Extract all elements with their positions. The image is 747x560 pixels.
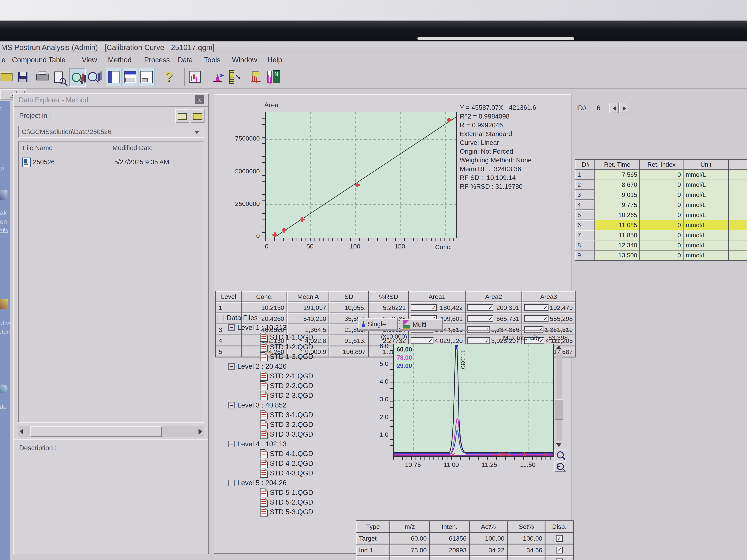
project-path-combobox[interactable]: C:\GCMSsolution\Data\250526 — [18, 126, 204, 138]
tree-file[interactable]: STD 2-3.QGD — [260, 391, 356, 400]
conc-cell[interactable]: 10.2130 — [242, 302, 287, 313]
assistant-fragment[interactable]: p — [0, 164, 4, 171]
peak-integration-icon[interactable]: ➤ — [210, 68, 226, 85]
ret-index-cell[interactable]: 0 — [640, 190, 683, 200]
tree-file[interactable]: STD 4-3.QGD — [260, 468, 356, 478]
id-prev-button[interactable] — [609, 103, 619, 113]
unit-cell[interactable]: mmol/L — [684, 200, 728, 210]
tree-level[interactable]: Level 5 : 204.26 — [228, 478, 356, 488]
ret-time-cell[interactable]: 11.085 — [595, 220, 639, 230]
unit-cell[interactable]: mmol/L — [684, 170, 728, 180]
file-name-cell[interactable]: 250526 — [33, 158, 55, 166]
partial-cell[interactable]: 4 — [729, 170, 747, 180]
partial-cell[interactable]: 7 — [729, 220, 747, 230]
row-id-cell[interactable]: 7 — [575, 230, 595, 240]
scroll-left-icon[interactable] — [20, 429, 23, 434]
inten-cell[interactable]: 61356 — [430, 533, 469, 544]
tile-windows-icon[interactable] — [106, 68, 122, 86]
menu-item-data[interactable]: Data — [178, 56, 193, 64]
unit-cell[interactable]: mmol/L — [684, 190, 728, 200]
type-cell[interactable]: Ind.1 — [356, 544, 390, 556]
ret-index-cell[interactable]: 0 — [640, 180, 683, 190]
data-explorer-view-icon[interactable] — [70, 68, 86, 87]
partial-cell[interactable]: 2 — [729, 180, 747, 190]
row-id-cell[interactable]: 4 — [575, 200, 595, 210]
partial-cell[interactable]: 7 — [729, 200, 747, 210]
tree-file[interactable]: STD 5-2.QGD — [260, 498, 356, 507]
tree-file[interactable]: STD 5-3.QGD — [260, 507, 356, 517]
split-window-icon[interactable] — [122, 68, 138, 86]
checkbox-icon[interactable]: ✓ — [556, 559, 563, 560]
spectrum-process-icon[interactable] — [248, 68, 264, 85]
open-folder-icon[interactable] — [0, 68, 14, 86]
menu-item-tools[interactable]: Tools — [204, 56, 221, 64]
file-list[interactable]: File Name Modified Date 250526 5/27/2025… — [18, 141, 204, 423]
type-cell[interactable]: Ind.2 — [356, 556, 390, 560]
quantitative-browser-icon[interactable]: N — [266, 68, 281, 85]
assistant-fragment[interactable]: ata — [0, 227, 8, 234]
hscroll-thumb[interactable] — [30, 426, 162, 437]
partial-cell[interactable]: 4 — [729, 210, 747, 220]
tree-file[interactable]: STD 3-3.QGD — [260, 429, 356, 439]
unit-cell[interactable]: mmol/L — [684, 230, 728, 240]
file-name-header[interactable]: File Name — [23, 144, 52, 152]
tree-file[interactable]: STD 1-2.QGD — [260, 342, 356, 352]
disp-cell[interactable]: ✓ — [545, 544, 573, 556]
zoom-in-button[interactable]: + — [554, 450, 566, 460]
tree-file[interactable]: STD 1-3.QGD — [260, 352, 356, 362]
calibration-plot[interactable] — [265, 112, 457, 238]
modified-date-header[interactable]: Modified Date — [112, 144, 153, 152]
menu-item-help[interactable]: Help — [267, 56, 282, 64]
scroll-down-icon[interactable] — [556, 443, 562, 447]
checkbox-icon[interactable]: ✓ — [556, 547, 563, 554]
ret-index-cell[interactable]: 0 — [640, 210, 683, 220]
assistant-fragment[interactable]: ak — [0, 209, 7, 216]
row-id-cell[interactable]: 5 — [575, 210, 595, 220]
checkbox-icon[interactable]: ✓ — [411, 304, 437, 311]
unit-cell[interactable]: mmol/L — [684, 250, 728, 260]
partial-cell[interactable]: 59 — [729, 230, 747, 240]
checkbox-icon[interactable]: ✓ — [411, 337, 434, 344]
collapse-icon[interactable] — [228, 402, 235, 408]
ret-time-cell[interactable]: 10.265 — [595, 210, 639, 220]
tree-file[interactable]: STD 4-2.QGD — [260, 459, 356, 468]
checkbox-icon[interactable]: ✓ — [467, 304, 493, 311]
ret-time-cell[interactable]: 12.340 — [595, 240, 639, 250]
area2-cell[interactable]: ✓200,391 — [466, 302, 522, 313]
inten-cell[interactable]: 20993 — [430, 544, 469, 556]
help-icon[interactable]: ? — [161, 68, 176, 85]
area3-cell[interactable]: ✓1,361,319 — [522, 324, 575, 335]
row-id-cell[interactable]: 8 — [575, 240, 595, 250]
ret-index-cell[interactable]: 0 — [640, 200, 683, 210]
unit-cell[interactable]: mmol/L — [684, 240, 728, 250]
collapse-icon[interactable] — [228, 441, 235, 447]
row-id-cell[interactable]: 2 — [575, 180, 595, 190]
row-id-cell[interactable]: 6 — [575, 220, 595, 230]
single-window-icon[interactable] — [138, 68, 155, 86]
set-cell[interactable]: 34.66 — [508, 544, 545, 556]
chromatogram-plot[interactable]: 60.00 73.00 29.00 11.030 — [393, 344, 554, 457]
save-icon[interactable] — [15, 68, 30, 86]
row-id-cell[interactable]: 9 — [575, 250, 595, 260]
checkbox-icon[interactable]: ✓ — [556, 535, 563, 542]
assistant-fragment[interactable]: tative — [0, 319, 10, 326]
zoom-out-button[interactable]: − — [554, 461, 566, 472]
checkbox-icon[interactable]: ✓ — [467, 326, 490, 333]
collapse-icon[interactable] — [228, 363, 235, 370]
checkbox-icon[interactable]: ✓ — [524, 304, 548, 311]
ret-time-cell[interactable]: 9.775 — [595, 200, 639, 210]
assistant-fragment[interactable]: de — [0, 403, 7, 410]
set-cell[interactable]: 18.54 — [508, 556, 545, 560]
level-cell[interactable]: 1 — [216, 302, 241, 313]
assistant-icon-peak[interactable] — [0, 190, 7, 200]
browse-folder-button[interactable] — [175, 109, 189, 123]
disp-cell[interactable]: ✓ — [545, 556, 573, 560]
unit-cell[interactable]: mmol/L — [684, 220, 728, 230]
tree-file[interactable]: STD 4-1.QGD — [260, 449, 356, 459]
area2-cell[interactable]: ✓565,731 — [466, 313, 522, 324]
ret-time-cell[interactable]: 8.670 — [595, 180, 639, 190]
mz-cell[interactable]: 60.00 — [390, 533, 429, 544]
mz-cell[interactable]: 73.00 — [390, 544, 429, 556]
vscroll-thumb[interactable] — [555, 399, 563, 420]
tree-level[interactable]: Level 3 : 40.852 — [228, 400, 356, 410]
